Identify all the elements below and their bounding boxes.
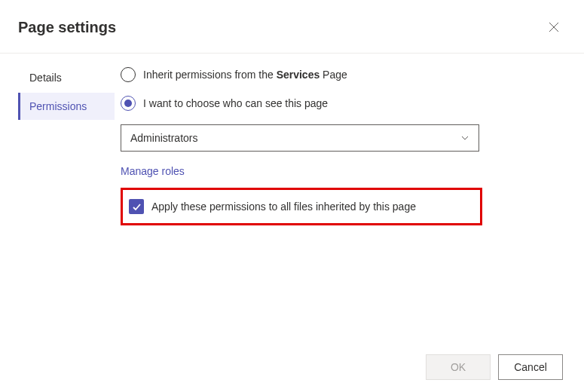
radio-choose[interactable]: I want to choose who can see this page — [121, 96, 554, 111]
role-select-value: Administrators — [130, 132, 197, 144]
apply-permissions-label: Apply these permissions to all files inh… — [151, 201, 416, 213]
cancel-button[interactable]: Cancel — [498, 354, 563, 380]
checkbox-icon — [129, 199, 144, 214]
radio-dot-icon — [124, 100, 132, 107]
dialog-title: Page settings — [18, 19, 116, 36]
manage-roles-link[interactable]: Manage roles — [121, 165, 185, 177]
radio-inherit-label: Inherit permissions from the Services Pa… — [143, 69, 347, 81]
radio-inherit-bold: Services — [277, 69, 320, 81]
chevron-down-icon — [460, 133, 469, 142]
close-icon — [549, 22, 559, 32]
dialog-footer: OK Cancel — [426, 354, 563, 380]
radio-icon — [121, 67, 136, 82]
role-select[interactable]: Administrators — [121, 124, 479, 152]
sidebar: Details Permissions — [0, 64, 121, 225]
highlight-box: Apply these permissions to all files inh… — [121, 188, 482, 225]
apply-permissions-checkbox[interactable]: Apply these permissions to all files inh… — [129, 190, 474, 223]
radio-inherit-prefix: Inherit permissions from the — [143, 69, 277, 81]
radio-icon — [121, 96, 136, 111]
close-button[interactable] — [542, 15, 566, 39]
ok-button: OK — [426, 354, 491, 380]
content-panel: Inherit permissions from the Services Pa… — [121, 64, 584, 225]
dialog-header: Page settings — [0, 0, 584, 54]
tab-details[interactable]: Details — [18, 64, 115, 91]
dialog-body: Details Permissions Inherit permissions … — [0, 54, 584, 225]
tab-permissions[interactable]: Permissions — [18, 93, 115, 120]
radio-choose-label: I want to choose who can see this page — [143, 97, 328, 109]
radio-inherit[interactable]: Inherit permissions from the Services Pa… — [121, 67, 554, 82]
radio-inherit-suffix: Page — [320, 69, 347, 81]
